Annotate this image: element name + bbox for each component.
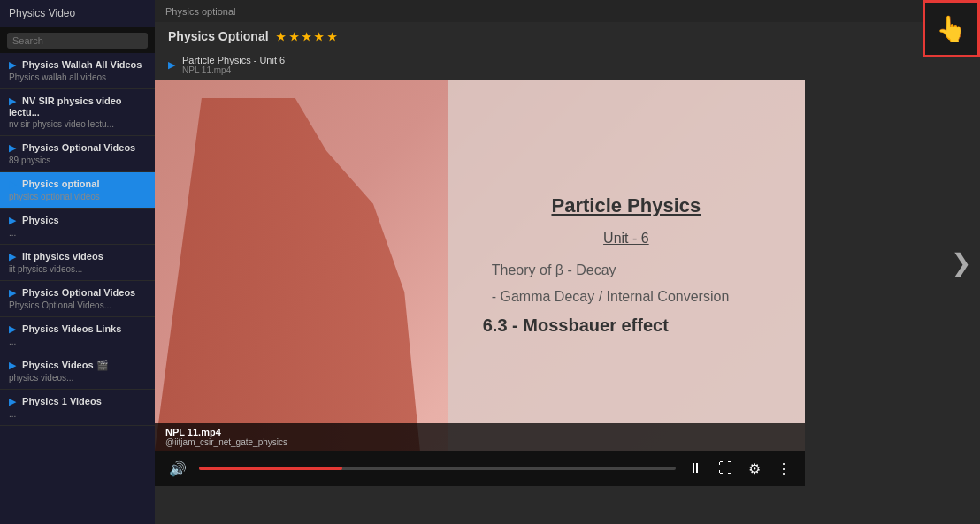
- sidebar-item-subtitle-3: physics optional videos: [9, 192, 146, 201]
- video-topic-title: Particle Physics: [474, 194, 778, 217]
- sidebar-item-subtitle-9: ...: [9, 409, 146, 419]
- sidebar-item-title-4: Physics: [22, 215, 59, 225]
- list-item-0[interactable]: ▶ Particle Physics - Unit 6 NPL 11.mp4: [168, 50, 967, 80]
- sidebar-item-7[interactable]: ▶ Physics Videos Links ...: [0, 317, 155, 353]
- sidebar-item-0[interactable]: ▶ Physics Wallah All Videos Physics wall…: [0, 53, 155, 89]
- sidebar-item-icon-7: ▶: [9, 323, 16, 335]
- sidebar-item-2[interactable]: ▶ Physics Optional Videos 89 physics: [0, 136, 155, 172]
- section-title: Physics Optional ★ ★ ★ ★ ★: [168, 29, 967, 43]
- sidebar-item-8[interactable]: ▶ Physics Videos 🎬 physics videos...: [0, 353, 155, 390]
- more-options-button[interactable]: ⋮: [773, 459, 794, 479]
- entry-icon-0: ▶: [168, 59, 175, 71]
- sidebar-item-4[interactable]: ▶ Physics ...: [0, 209, 155, 245]
- sidebar-item-subtitle-6: Physics Optional Videos...: [9, 300, 146, 310]
- sidebar-item-9[interactable]: ▶ Physics 1 Videos ...: [0, 390, 155, 426]
- content-header: Physics optional: [155, 0, 980, 22]
- video-controls-bar: 🔊 ⏸ ⛶ ⚙ ⋮: [155, 451, 805, 486]
- video-overlay: Particle Physics Unit - 6 Theory of β - …: [155, 80, 805, 486]
- volume-button[interactable]: 🔊: [165, 459, 190, 479]
- entry-sub-0: NPL 11.mp4: [182, 65, 285, 75]
- video-topic1: Theory of β - Decay: [474, 262, 778, 278]
- sidebar-item-subtitle-0: Physics wallah all videos: [9, 72, 146, 82]
- sidebar-item-6[interactable]: ▶ Physics Optional Videos Physics Option…: [0, 281, 155, 317]
- sidebar-item-title-5: IIt physics videos: [22, 251, 103, 262]
- sidebar-item-icon-9: ▶: [9, 396, 16, 407]
- sidebar-title: Physics Video: [9, 7, 75, 19]
- sidebar-item-title-8: Physics Videos 🎬: [22, 360, 109, 370]
- sidebar-item-icon-6: ▶: [9, 287, 16, 299]
- sidebar-item-icon-4: ▶: [9, 215, 16, 226]
- video-topic3: 6.3 - Mossbauer effect: [474, 315, 778, 336]
- sidebar-item-subtitle-2: 89 physics: [9, 156, 146, 165]
- sidebar-item-title-3: Physics optional: [22, 178, 99, 189]
- star-rating: ★ ★ ★ ★ ★: [276, 31, 336, 43]
- topbar-text: Physics optional: [165, 6, 236, 17]
- video-channel: @iitjam_csir_net_gate_physics: [165, 437, 794, 447]
- progress-fill: [199, 467, 342, 470]
- sidebar-item-3[interactable]: ▶ Physics optional physics optional vide…: [0, 172, 155, 209]
- sidebar-item-icon-0: ▶: [9, 59, 16, 71]
- settings-button[interactable]: ⚙: [745, 459, 764, 479]
- blackboard-content: Particle Physics Unit - 6 Theory of β - …: [448, 80, 805, 451]
- lecturer-figure: [155, 98, 467, 451]
- sidebar-item-subtitle-4: ...: [9, 228, 146, 238]
- sidebar-item-1[interactable]: ▶ NV SIR physics video lectu... nv sir p…: [0, 89, 155, 136]
- video-frame: Particle Physics Unit - 6 Theory of β - …: [155, 80, 805, 486]
- sidebar-item-icon-3: ▶: [9, 178, 16, 190]
- sidebar-item-title-6: Physics Optional Videos: [22, 287, 135, 298]
- sidebar-item-subtitle-7: ...: [9, 337, 146, 346]
- video-unit: Unit - 6: [474, 231, 778, 247]
- sidebar-item-icon-1: ▶: [9, 95, 16, 107]
- sidebar-item-icon-8: ▶: [9, 360, 16, 371]
- sidebar-item-title-9: Physics 1 Videos: [22, 396, 102, 406]
- sidebar-item-title-1: NV SIR physics video lectu...: [9, 95, 122, 118]
- sidebar-item-title-2: Physics Optional Videos: [22, 142, 135, 153]
- cursor-icon-box[interactable]: 👆: [923, 0, 980, 57]
- search-bar: [0, 27, 155, 53]
- sidebar-item-icon-5: ▶: [9, 251, 16, 262]
- play-pause-button[interactable]: ⏸: [685, 459, 706, 478]
- progress-bar[interactable]: [199, 467, 676, 470]
- sidebar-item-subtitle-1: nv sir physics video lectu...: [9, 119, 146, 129]
- fullscreen-button[interactable]: ⛶: [715, 459, 736, 478]
- next-arrow[interactable]: ❯: [951, 247, 971, 277]
- search-input[interactable]: [7, 33, 148, 49]
- sidebar-item-subtitle-5: iit physics videos...: [9, 264, 146, 274]
- sidebar-item-subtitle-8: physics videos...: [9, 373, 146, 383]
- entry-name-0: Particle Physics - Unit 6: [182, 55, 285, 65]
- video-info-bar: NPL 11.mp4 @iitjam_csir_net_gate_physics: [155, 423, 805, 451]
- cursor-hand-icon: 👆: [936, 14, 967, 43]
- sidebar-header: Physics Video: [0, 0, 155, 27]
- sidebar-item-title-7: Physics Videos Links: [22, 323, 121, 334]
- sidebar: Physics Video ▶ Physics Wallah All Video…: [0, 0, 155, 524]
- sidebar-item-title-0: Physics Wallah All Videos: [22, 59, 142, 70]
- video-topic2: - Gamma Decay / Internal Conversion: [474, 289, 778, 305]
- sidebar-items-container: ▶ Physics Wallah All Videos Physics wall…: [0, 53, 155, 426]
- video-filename: NPL 11.mp4: [165, 427, 794, 437]
- video-background: Particle Physics Unit - 6 Theory of β - …: [155, 80, 805, 451]
- sidebar-item-5[interactable]: ▶ IIt physics videos iit physics videos.…: [0, 245, 155, 281]
- sidebar-item-icon-2: ▶: [9, 142, 16, 154]
- page-title: Physics Optional: [168, 29, 269, 43]
